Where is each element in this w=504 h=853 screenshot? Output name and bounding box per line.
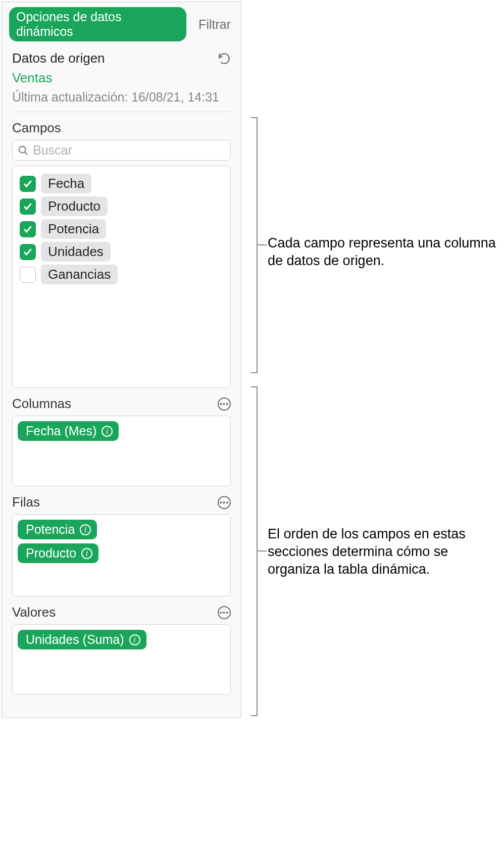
values-dropzone[interactable]: Unidades (Suma)i: [12, 624, 231, 695]
field-chip[interactable]: Potenciai: [18, 520, 97, 539]
field-label[interactable]: Ganancias: [41, 265, 118, 284]
search-field-wrap[interactable]: [12, 140, 231, 161]
field-chip[interactable]: Unidades (Suma)i: [18, 630, 146, 649]
tab-pivot-options[interactable]: Opciones de datos dinámicos: [9, 7, 186, 41]
rows-title: Filas: [12, 494, 40, 510]
callout-sections: El orden de los campos en estas seccione…: [268, 525, 500, 578]
field-checkbox[interactable]: [20, 267, 36, 283]
columns-dropzone[interactable]: Fecha (Mes)i: [12, 416, 231, 486]
field-chip[interactable]: Fecha (Mes)i: [18, 421, 119, 441]
field-checkbox[interactable]: [20, 244, 36, 260]
fields-section: Campos FechaProductoPotenciaUnidadesGana…: [2, 112, 241, 388]
field-label[interactable]: Producto: [41, 196, 108, 216]
chip-label: Potencia: [26, 522, 75, 537]
columns-title: Columnas: [12, 396, 71, 412]
info-icon[interactable]: i: [81, 548, 92, 559]
rows-section: Filas ••• PotenciaiProductoi: [2, 486, 241, 596]
source-table-name[interactable]: Ventas: [12, 70, 231, 86]
field-label[interactable]: Potencia: [41, 219, 106, 239]
chip-label: Fecha (Mes): [26, 424, 96, 438]
field-chip[interactable]: Productoi: [18, 543, 98, 563]
info-icon[interactable]: i: [80, 524, 91, 535]
columns-section: Columnas ••• Fecha (Mes)i: [2, 388, 241, 486]
search-input[interactable]: [33, 143, 225, 158]
info-icon[interactable]: i: [129, 634, 140, 645]
search-icon: [18, 145, 29, 156]
field-label[interactable]: Fecha: [41, 174, 91, 193]
source-data-block: Datos de origen Ventas Última actualizac…: [2, 41, 241, 112]
tab-bar: Opciones de datos dinámicos Filtrar: [2, 2, 241, 41]
field-checkbox[interactable]: [20, 176, 36, 192]
chip-label: Producto: [26, 546, 76, 561]
svg-line-1: [25, 152, 28, 155]
fields-list: FechaProductoPotenciaUnidadesGanancias: [12, 166, 231, 388]
values-section: Valores ••• Unidades (Suma)i: [2, 596, 241, 695]
field-row[interactable]: Ganancias: [18, 263, 225, 286]
field-row[interactable]: Unidades: [18, 240, 225, 263]
columns-more-icon[interactable]: •••: [218, 397, 231, 411]
values-title: Valores: [12, 605, 56, 620]
rows-dropzone[interactable]: PotenciaiProductoi: [12, 514, 231, 596]
values-more-icon[interactable]: •••: [218, 606, 231, 619]
field-checkbox[interactable]: [20, 221, 36, 237]
info-icon[interactable]: i: [102, 426, 113, 437]
refresh-icon[interactable]: [218, 52, 231, 65]
field-row[interactable]: Potencia: [18, 218, 225, 240]
field-label[interactable]: Unidades: [41, 242, 111, 262]
field-checkbox[interactable]: [20, 198, 36, 215]
rows-more-icon[interactable]: •••: [218, 496, 231, 509]
chip-label: Unidades (Suma): [26, 632, 124, 647]
source-data-title: Datos de origen: [12, 51, 105, 66]
last-updated-label: Última actualización: 16/08/21, 14:31: [12, 90, 231, 105]
tab-filter[interactable]: Filtrar: [195, 15, 234, 34]
svg-point-0: [19, 146, 26, 153]
fields-title: Campos: [12, 120, 231, 136]
callout-fields: Cada campo representa una columna de dat…: [268, 234, 500, 270]
annotation-layer: Cada campo representa una columna de dat…: [243, 0, 501, 853]
field-row[interactable]: Producto: [18, 195, 225, 218]
pivot-options-panel: Opciones de datos dinámicos Filtrar Dato…: [2, 2, 241, 718]
field-row[interactable]: Fecha: [18, 172, 225, 195]
